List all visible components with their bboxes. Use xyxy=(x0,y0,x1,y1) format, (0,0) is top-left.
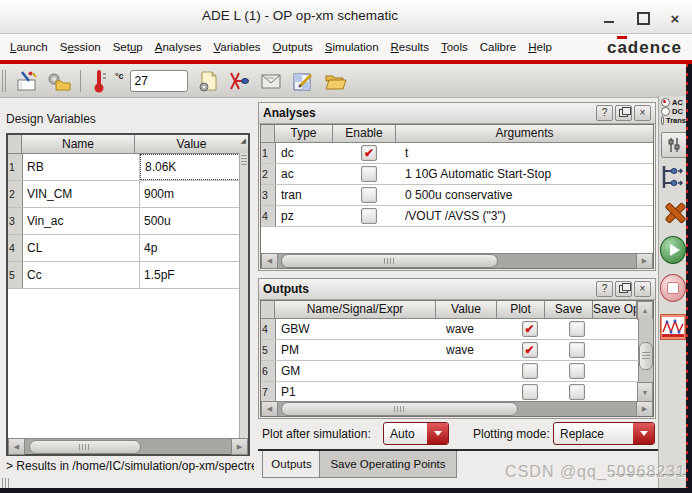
menu-variables[interactable]: Variables xyxy=(207,37,266,57)
stop-simulation-button[interactable] xyxy=(660,274,686,302)
output-name[interactable]: GM xyxy=(276,364,441,378)
dual-probe-button[interactable] xyxy=(660,162,686,192)
menu-calibre[interactable]: Calibre xyxy=(474,37,522,57)
scroll-left-icon[interactable]: ◀ xyxy=(8,438,25,455)
scrollbar-thumb[interactable] xyxy=(29,440,141,454)
analysis-args[interactable]: 0 500u conservative xyxy=(400,188,653,202)
table-row[interactable]: 4 GBW wave ✔ ✔ xyxy=(261,319,653,340)
maximize-button[interactable] xyxy=(632,9,654,27)
scroll-left-icon[interactable]: ◀ xyxy=(261,401,278,417)
outputs-header-save-options[interactable]: Save Options xyxy=(593,301,637,318)
envelope-icon[interactable] xyxy=(258,68,284,94)
dv-vertical-scrollbar[interactable] xyxy=(239,153,248,439)
dropdown-button[interactable] xyxy=(427,423,448,444)
outputs-horizontal-scrollbar[interactable]: ◀ ▶ xyxy=(261,401,653,416)
close-button[interactable]: × xyxy=(664,9,686,27)
analyses-horizontal-scrollbar[interactable]: ◀ ▶ xyxy=(261,253,653,268)
table-row[interactable]: 1 dc ✔ t xyxy=(261,143,653,164)
tab-outputs[interactable]: Outputs xyxy=(262,451,321,478)
variable-value[interactable]: 900m xyxy=(140,181,248,207)
table-row[interactable]: 2 VIN_CM 900m xyxy=(8,181,248,208)
menu-help[interactable]: Help xyxy=(522,37,558,57)
delete-button[interactable] xyxy=(660,202,686,222)
plot-checkbox[interactable]: ✔ xyxy=(522,321,538,337)
table-row[interactable]: 7 P1 ✔ ✔ ▼ xyxy=(261,382,653,403)
run-simulation-button[interactable] xyxy=(660,236,686,264)
menu-setup[interactable]: Setup xyxy=(107,37,149,57)
table-row[interactable]: 1 RB 8.06K xyxy=(8,154,248,181)
scrollbar-thumb[interactable] xyxy=(281,402,518,415)
outputs-header-value[interactable]: Value xyxy=(436,301,497,318)
save-checkbox[interactable]: ✔ xyxy=(569,342,585,358)
analyses-title-bar[interactable]: Analyses ? × xyxy=(259,103,655,124)
enable-checkbox[interactable]: ✔ xyxy=(361,166,377,182)
scroll-right-icon[interactable]: ▶ xyxy=(636,401,653,417)
menu-tools[interactable]: Tools xyxy=(435,37,474,57)
toolbar-grip[interactable] xyxy=(2,70,8,92)
sliders-button[interactable] xyxy=(661,132,687,158)
analyses-close-button[interactable]: × xyxy=(634,105,651,121)
variable-value[interactable]: 4p xyxy=(140,235,248,261)
scroll-right-icon[interactable]: ▶ xyxy=(231,438,248,455)
outputs-vertical-scrollbar[interactable] xyxy=(638,340,653,360)
session-notebook-icon[interactable] xyxy=(14,68,40,94)
table-row[interactable]: 5 Cc 1.5pF xyxy=(8,262,248,289)
analyses-header-type[interactable]: Type xyxy=(275,125,333,142)
outputs-title-bar[interactable]: Outputs ? × xyxy=(259,279,655,300)
output-name[interactable]: GBW xyxy=(276,322,441,336)
outputs-float-button[interactable] xyxy=(615,281,632,297)
title-bar[interactable]: ADE L (1) - OP op-xm schematic × xyxy=(0,1,692,34)
save-checkbox[interactable]: ✔ xyxy=(569,384,585,400)
variable-name[interactable]: VIN_CM xyxy=(23,181,140,207)
open-folder-icon[interactable] xyxy=(322,68,348,94)
probe-icon[interactable] xyxy=(226,68,252,94)
output-name[interactable]: PM xyxy=(276,343,441,357)
radio-ac[interactable]: AC xyxy=(659,98,686,107)
outputs-close-button[interactable]: × xyxy=(634,281,651,297)
variable-value[interactable]: 500u xyxy=(140,208,248,234)
menu-launch[interactable]: Launch xyxy=(4,37,54,57)
radio-dc[interactable]: DC xyxy=(659,107,686,116)
table-row[interactable]: 2 ac ✔ 1 10G Automatic Start-Stop xyxy=(261,164,653,185)
analysis-type[interactable]: tran xyxy=(276,188,338,202)
menu-results[interactable]: Results xyxy=(385,37,435,57)
scroll-down-icon[interactable]: ▼ xyxy=(637,382,653,402)
analyses-help-button[interactable]: ? xyxy=(596,105,613,121)
plot-checkbox[interactable]: ✔ xyxy=(522,384,538,400)
plot-after-simulation-dropdown[interactable]: Auto xyxy=(383,422,449,445)
analysis-args[interactable]: 1 10G Automatic Start-Stop xyxy=(400,167,653,181)
save-checkbox[interactable]: ✔ xyxy=(569,321,585,337)
outputs-header-name[interactable]: Name/Signal/Expr xyxy=(275,301,436,318)
analysis-args[interactable]: /VOUT /AVSS ("3") xyxy=(400,209,653,223)
variable-name[interactable]: RB xyxy=(23,154,140,180)
plotting-mode-dropdown[interactable]: Replace xyxy=(553,422,655,445)
plot-checkbox[interactable]: ✔ xyxy=(522,363,538,379)
scrollbar-thumb[interactable] xyxy=(281,254,498,267)
edit-simulation-file-icon[interactable] xyxy=(290,68,316,94)
outputs-header-save[interactable]: Save xyxy=(545,301,593,318)
outputs-header-plot[interactable]: Plot xyxy=(497,301,545,318)
analysis-args[interactable]: t xyxy=(400,146,653,160)
enable-checkbox[interactable]: ✔ xyxy=(361,208,377,224)
analyses-header-args[interactable]: Arguments xyxy=(396,125,653,142)
outputs-help-button[interactable]: ? xyxy=(596,281,613,297)
variable-value[interactable]: 8.06K xyxy=(140,154,248,180)
scroll-right-icon[interactable]: ▶ xyxy=(636,253,653,269)
output-name[interactable]: P1 xyxy=(276,385,441,399)
scrollbar-thumb[interactable] xyxy=(639,342,653,370)
table-row[interactable]: 3 tran ✔ 0 500u conservative xyxy=(261,185,653,206)
variable-name[interactable]: Vin_ac xyxy=(23,208,140,234)
dv-header-value[interactable]: Value◢ xyxy=(135,135,248,153)
table-row[interactable]: 4 CL 4p xyxy=(8,235,248,262)
enable-checkbox[interactable]: ✔ xyxy=(361,145,377,161)
tab-save-operating-points[interactable]: Save Operating Points xyxy=(319,451,457,478)
open-setup-gear-folder-icon[interactable] xyxy=(46,68,72,94)
table-row[interactable]: 5 PM wave ✔ ✔ xyxy=(261,340,653,361)
variable-name[interactable]: Cc xyxy=(23,262,140,288)
plot-outputs-button[interactable] xyxy=(660,314,686,340)
resize-grip[interactable] xyxy=(2,478,10,488)
table-row[interactable]: 6 GM ✔ ✔ xyxy=(261,361,653,382)
minimize-button[interactable] xyxy=(598,9,620,27)
analysis-type[interactable]: dc xyxy=(276,146,338,160)
dv-horizontal-scrollbar[interactable]: ◀ ▶ xyxy=(8,438,248,454)
